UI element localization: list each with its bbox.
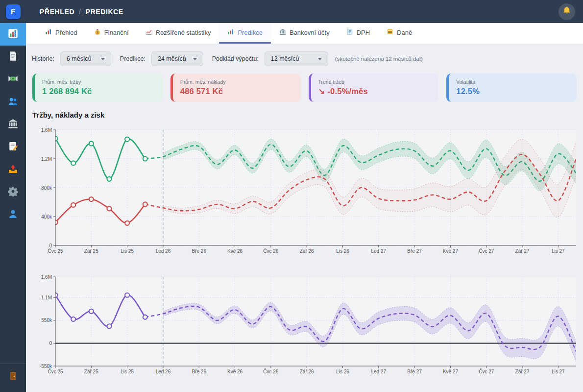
bar-chart-icon [227,28,234,37]
svg-text:800k: 800k [41,185,52,191]
svg-text:Led 27: Led 27 [371,248,386,254]
svg-text:Kvě 26: Kvě 26 [227,248,243,254]
svg-text:Zář 25: Zář 25 [84,248,98,254]
svg-text:Zář 27: Zář 27 [515,369,530,374]
chart-section-title: Tržby, náklady a zisk [26,103,583,119]
svg-text:Led 26: Led 26 [156,248,171,254]
prediction-select[interactable]: 24 měsíců [151,51,203,66]
svg-text:Lis 27: Lis 27 [552,369,565,374]
basis-select[interactable]: 12 měsíců [265,51,328,66]
history-select[interactable]: 6 měsíců [60,51,111,66]
stat-card-avg-costs: Prům. měs. náklady 486 571 Kč [170,74,301,102]
profit-forecast-chart: -550k0550k1.1M1.6MČvc 25Zář 25Lis 25Led … [31,272,578,381]
outbox-icon [8,164,18,176]
gear-icon [8,186,18,198]
history-label: Historie: [32,55,54,62]
sidebar-item-export[interactable] [0,158,26,181]
bell-icon [562,6,572,18]
svg-text:Čvc 26: Čvc 26 [263,248,279,254]
svg-text:400k: 400k [41,214,52,220]
svg-text:Zář 27: Zář 27 [515,248,530,254]
app-logo[interactable]: F [6,4,21,19]
tab-rozsirene-statistiky[interactable]: Rozšířené statistiky [137,23,219,44]
stat-card-value: 486 571 Kč [180,87,293,96]
main-content: Historie: 6 měsíců Predikce: 24 měsíců P… [26,44,583,392]
sidebar: F [0,0,26,392]
sidebar-item-documents[interactable] [0,46,26,68]
chevron-down-icon [193,58,197,60]
receipt-icon [346,28,353,37]
svg-text:Lis 25: Lis 25 [121,248,134,254]
breadcrumb: PŘEHLED/PREDIKCE [40,8,123,16]
stat-card-avg-revenue: Prům. měs. tržby 1 268 894 Kč [32,74,163,102]
svg-text:550k: 550k [41,318,52,323]
svg-text:Lis 27: Lis 27 [552,248,565,254]
logo-area: F [0,0,26,23]
prediction-label: Predikce: [120,55,146,62]
sidebar-divider [0,363,26,364]
svg-text:0: 0 [49,341,52,346]
chevron-down-icon [318,58,322,60]
sidebar-item-contacts[interactable] [0,91,26,113]
tab-label: Rozšířené statistiky [156,29,211,36]
basis-select-value: 12 měsíců [271,55,299,62]
svg-text:Lis 25: Lis 25 [121,369,134,374]
sidebar-item-logout[interactable] [0,366,26,388]
sidebar-item-expenses[interactable] [0,68,26,91]
door-icon [8,371,18,383]
tab-dane[interactable]: Daně [378,23,420,44]
svg-text:1.6M: 1.6M [41,127,52,133]
svg-text:Zář 26: Zář 26 [300,369,314,374]
svg-text:Čvc 25: Čvc 25 [48,368,63,374]
stat-card-value: 1 268 894 Kč [42,87,155,96]
notifications-button[interactable] [559,3,575,20]
chart-increasing-icon [146,28,152,37]
stat-card-label: Prům. měs. tržby [42,79,155,85]
ledger-icon [387,28,393,37]
tab-label: DPH [357,29,370,36]
bar-chart-icon [45,28,52,37]
tab-prehled[interactable]: Přehled [37,23,86,44]
users-icon [8,96,18,108]
svg-text:1.1M: 1.1M [41,295,52,300]
user-icon [8,209,18,221]
tab-label: Predikce [238,29,263,36]
svg-text:0: 0 [49,243,52,248]
sidebar-item-notes[interactable] [0,136,26,158]
sidebar-item-profile[interactable] [0,203,26,226]
svg-text:1.2M: 1.2M [41,156,52,162]
svg-text:Led 27: Led 27 [371,369,386,374]
svg-text:Bře 27: Bře 27 [407,248,422,254]
tab-bankovni-ucty[interactable]: Bankovní účty [271,23,338,44]
sidebar-item-settings[interactable] [0,181,26,203]
charts-area: 0400k800k1.2M1.6MČvc 25Zář 25Lis 25Led 2… [26,125,583,381]
svg-text:Čvc 27: Čvc 27 [479,368,494,374]
sidebar-item-dashboard[interactable] [0,23,26,46]
stat-cards-row: Prům. měs. tržby 1 268 894 Kč Prům. měs.… [26,71,583,103]
svg-text:Led 26: Led 26 [156,369,171,374]
sidebar-item-bank[interactable] [0,113,26,136]
data-availability-note: (skutečně nalezeno 12 měsíců dat) [335,56,423,62]
tab-financni[interactable]: $ Finanční [86,23,137,44]
svg-text:Zář 25: Zář 25 [84,369,98,374]
svg-text:-550k: -550k [40,364,52,369]
money-with-wings-icon [8,74,18,86]
svg-text:Lis 26: Lis 26 [336,369,349,374]
breadcrumb-separator: / [79,8,81,16]
bank-icon [279,28,286,37]
tab-dph[interactable]: DPH [338,23,378,44]
svg-text:$: $ [97,31,98,35]
stat-card-revenue-trend: Trend tržeb ↘ -0.5%/měs [309,74,439,102]
tab-bar: Přehled $ Finanční Rozšířené statistiky … [26,23,583,44]
tab-predikce[interactable]: Predikce [219,23,271,44]
svg-text:Bře 26: Bře 26 [192,369,207,374]
tab-label: Přehled [55,29,77,36]
stat-card-value: 12.5% [456,87,569,96]
svg-text:Kvě 27: Kvě 27 [443,248,459,254]
breadcrumb-current: PREDIKCE [86,8,123,16]
money-bag-icon: $ [94,28,101,37]
revenue-costs-forecast-chart: 0400k800k1.2M1.6MČvc 25Zář 25Lis 25Led 2… [31,125,578,260]
svg-text:Bře 26: Bře 26 [192,248,207,254]
svg-text:1.6M: 1.6M [41,274,52,280]
breadcrumb-parent[interactable]: PŘEHLED [40,8,74,16]
